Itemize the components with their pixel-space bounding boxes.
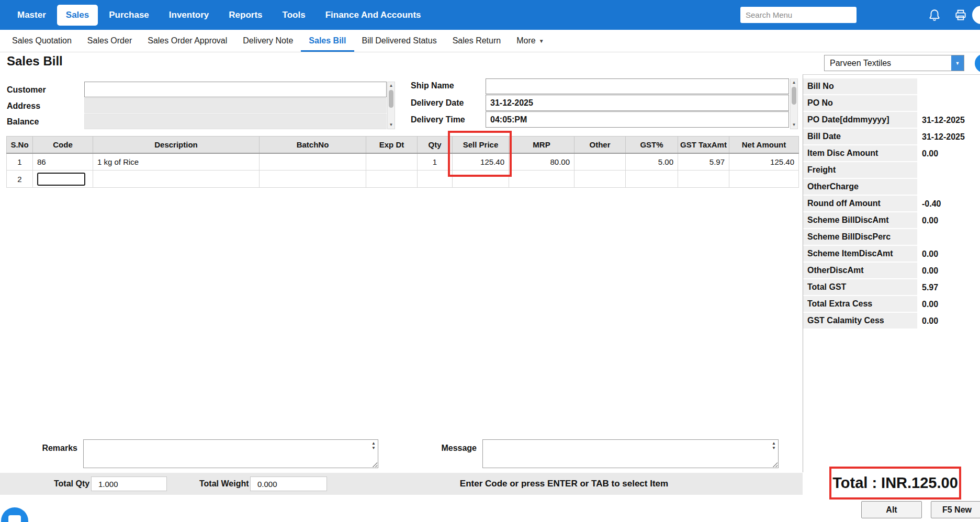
- scrollbar-thumb[interactable]: [389, 90, 393, 108]
- cell-gst-pct[interactable]: [626, 171, 678, 188]
- summary-value[interactable]: 0.00: [917, 313, 980, 330]
- summary-value[interactable]: [917, 95, 980, 112]
- message-textarea[interactable]: ▲▼: [482, 439, 779, 468]
- total-weight-input[interactable]: [250, 476, 327, 491]
- summary-label: PO Date[ddmmyyyy]: [803, 112, 917, 129]
- summary-value[interactable]: 0.00: [917, 296, 980, 313]
- company-selector[interactable]: Parveen Textiles ▼: [824, 55, 964, 71]
- cell-batchno[interactable]: [260, 153, 366, 171]
- tab-bill-delivered-status[interactable]: Bill Delivered Status: [354, 30, 445, 52]
- summary-value[interactable]: 31-12-2025: [917, 112, 980, 129]
- cell-qty[interactable]: [418, 171, 453, 188]
- cell-sno: 2: [7, 171, 33, 188]
- menu-finance-and-accounts[interactable]: Finance And Accounts: [317, 5, 430, 26]
- cell-sno[interactable]: 1: [7, 153, 33, 171]
- summary-value[interactable]: -0.40: [917, 196, 980, 212]
- address-label: Address: [7, 101, 40, 111]
- cell-description[interactable]: 1 kg of Rice: [93, 153, 260, 171]
- scroll-up-arrow-icon[interactable]: ▲: [791, 79, 797, 86]
- tab-sales-return[interactable]: Sales Return: [445, 30, 509, 52]
- cell-net-amount[interactable]: [729, 171, 799, 188]
- entry-hint-text: Enter Code or press ENTER or TAB to sele…: [454, 479, 674, 489]
- cell-gst-pct[interactable]: 5.00: [626, 153, 678, 171]
- remarks-textarea[interactable]: ▲▼: [83, 439, 378, 468]
- column-header-sell-price: Sell Price: [453, 137, 509, 153]
- menu-sales[interactable]: Sales: [57, 5, 98, 26]
- summary-value[interactable]: 0.00: [917, 145, 980, 162]
- tab-sales-quotation[interactable]: Sales Quotation: [4, 30, 80, 52]
- summary-row-scheme-billdiscperc: Scheme BillDiscPerc: [803, 229, 980, 246]
- code-entry-input[interactable]: [37, 173, 85, 186]
- cell-net-amount[interactable]: 125.40: [729, 153, 799, 171]
- cell-expdt[interactable]: [366, 171, 418, 188]
- delivery-time-input[interactable]: [486, 111, 789, 128]
- tab-sales-bill[interactable]: Sales Bill: [301, 30, 354, 52]
- cell-other[interactable]: [575, 153, 626, 171]
- delivery-time-label: Delivery Time: [411, 115, 465, 124]
- cell-gst-taxamt[interactable]: [678, 171, 729, 188]
- tab-sales-order-approval[interactable]: Sales Order Approval: [140, 30, 235, 52]
- spinner-arrows-icon[interactable]: ▲▼: [771, 441, 777, 450]
- menu-reports[interactable]: Reports: [220, 5, 271, 26]
- f5-new-button[interactable]: F5 New: [931, 501, 980, 518]
- notification-bell-icon[interactable]: [928, 8, 941, 22]
- cell-expdt[interactable]: [366, 153, 418, 171]
- summary-value[interactable]: 0.00: [917, 212, 980, 229]
- resize-grip-icon[interactable]: [772, 461, 778, 467]
- resize-grip-icon[interactable]: [371, 461, 377, 467]
- item-row-2: 2: [7, 171, 799, 188]
- table-header-row: S.No Code Description BatchNo Exp Dt Qty…: [7, 137, 799, 153]
- summary-value[interactable]: [917, 78, 980, 95]
- scroll-down-arrow-icon[interactable]: ▼: [388, 121, 395, 129]
- cell-mrp[interactable]: [509, 171, 575, 188]
- chat-bubble-icon: [8, 515, 21, 522]
- total-qty-input[interactable]: [91, 476, 167, 491]
- summary-value[interactable]: 0.00: [917, 246, 980, 263]
- search-menu-input[interactable]: [740, 7, 857, 23]
- customer-scrollbar[interactable]: ▲ ▼: [387, 82, 395, 129]
- help-circle-partial[interactable]: [975, 54, 980, 73]
- summary-label: PO No: [803, 95, 917, 112]
- cell-qty[interactable]: 1: [418, 153, 453, 171]
- customer-label: Customer: [7, 85, 46, 95]
- print-icon[interactable]: [954, 8, 967, 22]
- tab-more[interactable]: More ▼: [509, 30, 551, 52]
- page-title: Sales Bill: [7, 54, 63, 69]
- scroll-up-arrow-icon[interactable]: ▲: [388, 82, 395, 89]
- cell-description[interactable]: [93, 171, 260, 188]
- cell-sell-price[interactable]: [453, 171, 509, 188]
- alt-button[interactable]: Alt: [861, 501, 922, 518]
- ship-section-scrollbar[interactable]: ▲ ▼: [790, 78, 798, 129]
- tab-delivery-note[interactable]: Delivery Note: [235, 30, 301, 52]
- cell-other[interactable]: [575, 171, 626, 188]
- scrollbar-thumb[interactable]: [792, 87, 796, 105]
- cell-batchno[interactable]: [260, 171, 366, 188]
- menu-purchase[interactable]: Purchase: [100, 5, 158, 26]
- cell-code[interactable]: 86: [33, 153, 93, 171]
- column-header-net-amount: Net Amount: [729, 137, 799, 153]
- cell-code: [33, 171, 93, 188]
- delivery-date-input[interactable]: [486, 95, 789, 111]
- summary-value[interactable]: 31-12-2025: [917, 129, 980, 145]
- summary-value[interactable]: 5.97: [917, 279, 980, 296]
- summary-value[interactable]: [917, 179, 980, 196]
- cell-gst-taxamt[interactable]: 5.97: [678, 153, 729, 171]
- ship-name-input[interactable]: [486, 78, 789, 94]
- scroll-down-arrow-icon[interactable]: ▼: [791, 121, 797, 129]
- customer-input[interactable]: [84, 82, 387, 97]
- summary-label: Total Extra Cess: [803, 296, 917, 313]
- summary-value[interactable]: 0.00: [917, 263, 980, 279]
- menu-master[interactable]: Master: [8, 5, 55, 26]
- summary-value[interactable]: [917, 162, 980, 179]
- cell-mrp[interactable]: 80.00: [509, 153, 575, 171]
- chat-fab-button[interactable]: [1, 507, 28, 522]
- menu-inventory[interactable]: Inventory: [160, 5, 218, 26]
- spinner-arrows-icon[interactable]: ▲▼: [370, 441, 377, 450]
- total-weight-label: Total Weight: [199, 479, 249, 489]
- menu-tools[interactable]: Tools: [274, 5, 314, 26]
- cell-sell-price[interactable]: 125.40: [453, 153, 509, 171]
- summary-value[interactable]: [917, 229, 980, 246]
- chevron-down-icon[interactable]: ▼: [951, 55, 964, 71]
- tab-sales-order[interactable]: Sales Order: [80, 30, 140, 52]
- bill-summary-panel: Bill No PO No PO Date[ddmmyyyy] 31-12-20…: [803, 74, 980, 472]
